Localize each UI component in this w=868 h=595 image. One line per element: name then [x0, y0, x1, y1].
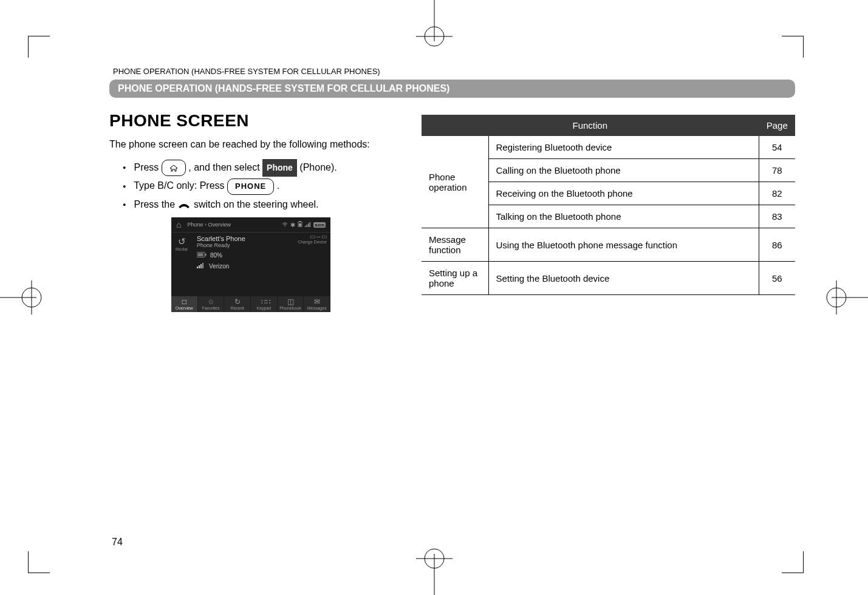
- signal-icon: [305, 222, 311, 228]
- ss-tab-phonebook: ◫Phonebook: [278, 296, 304, 312]
- bullet-2-pre: Type B/C only: Press: [134, 180, 227, 191]
- bullet-1-post: (Phone).: [299, 162, 337, 172]
- ss-tab-favorites: ☆Favorites: [198, 296, 225, 312]
- sxm-badge: sxm: [313, 222, 326, 228]
- change-device-label: Change Device: [298, 240, 327, 244]
- favorites-icon: ☆: [198, 298, 224, 305]
- func-cell: Receiving on the Bluetooth phone: [488, 182, 759, 205]
- table-row: Phone operation Registering Bluetooth de…: [422, 136, 795, 159]
- svg-rect-16: [305, 226, 306, 227]
- svg-rect-25: [200, 264, 202, 268]
- section-title-bar: PHONE OPERATION (HANDS-FREE SYSTEM FOR C…: [109, 80, 795, 98]
- function-table: Function Page Phone operation Registerin…: [422, 115, 795, 295]
- phone-badge: Phone: [262, 159, 297, 177]
- phone-hardkey-pill: PHONE: [227, 178, 274, 195]
- func-cell: Talking on the Bluetooth phone: [488, 205, 759, 228]
- table-header-row: Function Page: [422, 115, 795, 136]
- page-cell: 86: [759, 228, 795, 262]
- ss-breadcrumb: Phone › Overview: [187, 222, 231, 228]
- home-button-pill: [162, 160, 186, 176]
- page-cell: 83: [759, 205, 795, 228]
- page-number: 74: [112, 537, 123, 548]
- svg-rect-22: [198, 253, 203, 256]
- bullet-3: Press the switch on the steering wheel.: [131, 195, 395, 214]
- svg-rect-24: [199, 265, 200, 268]
- bullet-3-pre: Press the: [134, 199, 177, 209]
- signal-row-icon: [197, 262, 205, 270]
- phonebook-icon: ◫: [278, 298, 304, 305]
- th-function: Function: [422, 115, 759, 136]
- bluetooth-icon: ✱: [290, 222, 295, 228]
- keypad-icon: ∷∷: [251, 298, 277, 305]
- battery-icon: [298, 221, 302, 228]
- bullet-1: Press , and then select Phone (Phone).: [131, 158, 395, 177]
- group-phone-operation: Phone operation: [422, 136, 488, 228]
- svg-rect-21: [205, 254, 207, 256]
- svg-rect-17: [306, 225, 307, 227]
- svg-rect-14: [299, 221, 301, 222]
- registration-mark-top: [404, 0, 465, 49]
- ss-tab-recent: ↻Recent: [224, 296, 251, 312]
- func-cell: Calling on the Bluetooth phone: [488, 159, 759, 182]
- svg-rect-18: [308, 223, 309, 227]
- crop-mark-bl: [28, 551, 50, 573]
- svg-rect-23: [197, 267, 198, 268]
- th-page: Page: [759, 115, 795, 136]
- battery-row-icon: [197, 252, 207, 259]
- registration-mark-bottom: [404, 546, 465, 595]
- bullet-3-post: switch on the steering wheel.: [194, 199, 318, 209]
- breadcrumb: PHONE OPERATION (HANDS-FREE SYSTEM FOR C…: [109, 67, 795, 76]
- redial-icon: ↺: [171, 236, 192, 247]
- crop-mark-br: [782, 551, 804, 573]
- page-cell: 56: [759, 262, 795, 295]
- home-icon: [169, 165, 178, 172]
- page-cell: 78: [759, 159, 795, 182]
- registration-mark-right: [825, 273, 868, 322]
- bullet-2-post: .: [277, 180, 279, 191]
- func-cell: Registering Bluetooth device: [488, 136, 759, 159]
- bullet-1-pre: Press: [134, 162, 161, 172]
- wifi-icon: [282, 222, 288, 228]
- crop-mark-tl: [28, 36, 50, 58]
- svg-rect-15: [299, 223, 301, 226]
- phone-screen-screenshot: ⌂ Phone › Overview ✱ sxm: [171, 217, 330, 312]
- ss-tab-messages: ✉Messages: [304, 296, 330, 312]
- messages-icon: ✉: [304, 298, 330, 305]
- table-row: Setting up a phone Setting the Bluetooth…: [422, 262, 795, 295]
- registration-mark-left: [0, 273, 43, 322]
- redial-label: Redial: [171, 247, 192, 251]
- intro-text: The phone screen can be reached by the f…: [109, 139, 395, 150]
- carrier-name: Verizon: [209, 263, 229, 270]
- change-device-icon: ▭↔▭: [298, 233, 327, 240]
- svg-rect-26: [202, 263, 203, 268]
- func-cell: Using the Bluetooth phone message functi…: [488, 228, 759, 262]
- svg-rect-19: [309, 222, 310, 227]
- page-cell: 82: [759, 182, 795, 205]
- bullet-2: Type B/C only: Press PHONE .: [131, 177, 395, 195]
- ss-home-icon: ⌂: [176, 220, 181, 229]
- page-title: PHONE SCREEN: [109, 111, 395, 131]
- recent-icon: ↻: [224, 298, 250, 305]
- ss-tab-overview: □Overview: [171, 296, 198, 312]
- battery-percent: 80%: [210, 252, 222, 259]
- offhook-icon: [177, 201, 191, 209]
- page-cell: 54: [759, 136, 795, 159]
- group-message-function: Message function: [422, 228, 488, 262]
- table-row: Message function Using the Bluetooth pho…: [422, 228, 795, 262]
- overview-icon: □: [171, 298, 197, 305]
- group-setting-up-phone: Setting up a phone: [422, 262, 488, 295]
- bullet-1-mid: , and then select: [188, 162, 262, 172]
- crop-mark-tr: [782, 36, 804, 58]
- svg-point-12: [284, 225, 285, 226]
- ss-tab-keypad: ∷∷Keypad: [251, 296, 278, 312]
- func-cell: Setting the Bluetooth device: [488, 262, 759, 295]
